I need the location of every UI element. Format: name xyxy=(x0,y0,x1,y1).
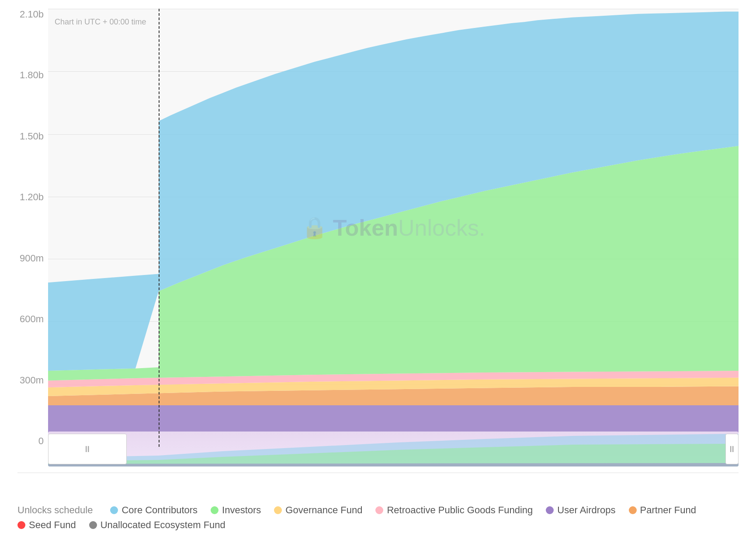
legend-title: Unlocks schedule xyxy=(17,505,93,516)
partner-fund-label: Partner Fund xyxy=(640,505,696,516)
seed-fund-label: Seed Fund xyxy=(29,519,76,531)
y-label-900m: 900m xyxy=(20,253,44,264)
legend: Unlocks schedule Core Contributors Inves… xyxy=(17,505,739,534)
legend-row-2: Seed Fund Unallocated Ecosystem Fund xyxy=(17,519,739,531)
retroactive-label: Retroactive Public Goods Funding xyxy=(387,505,533,516)
y-label-180b: 1.80b xyxy=(20,70,44,81)
investors-label: Investors xyxy=(222,505,261,516)
chart-plot: Chart in UTC + 00:00 time 🔒 TokenUnlocks… xyxy=(48,9,739,447)
user-airdrops-dot xyxy=(546,506,554,514)
chart-container: 2.10b 1.80b 1.50b 1.20b 900m 600m 300m 0… xyxy=(17,9,739,473)
legend-item-seed-fund: Seed Fund xyxy=(17,519,76,531)
legend-row-1: Unlocks schedule Core Contributors Inves… xyxy=(17,505,739,516)
legend-item-retroactive: Retroactive Public Goods Funding xyxy=(375,505,533,516)
divider xyxy=(17,473,739,473)
y-label-210b: 2.10b xyxy=(20,9,44,20)
scrollbar-mini-chart xyxy=(48,432,739,466)
chart-svg xyxy=(48,9,739,447)
scroll-right-handle: ⏸ xyxy=(728,444,736,454)
y-label-300m: 300m xyxy=(20,375,44,386)
core-contributors-dot xyxy=(110,506,118,514)
y-axis: 2.10b 1.80b 1.50b 1.20b 900m 600m 300m 0 xyxy=(17,9,48,447)
retroactive-dot xyxy=(375,506,383,514)
unallocated-label: Unallocated Ecosystem Fund xyxy=(101,519,225,531)
y-label-150b: 1.50b xyxy=(20,131,44,142)
seed-fund-dot xyxy=(17,521,25,529)
y-label-120b: 1.20b xyxy=(20,191,44,203)
legend-item-user-airdrops: User Airdrops xyxy=(546,505,615,516)
governance-fund-label: Governance Fund xyxy=(285,505,362,516)
legend-item-investors: Investors xyxy=(211,505,261,516)
user-airdrops-label: User Airdrops xyxy=(557,505,615,516)
partner-fund-dot xyxy=(629,506,637,514)
governance-fund-dot xyxy=(274,506,282,514)
y-label-0: 0 xyxy=(38,435,44,447)
today-line: Today xyxy=(159,9,160,447)
scroll-left-handle: ⏸ xyxy=(83,444,92,454)
unallocated-dot xyxy=(89,521,97,529)
scrollbar-right-thumb[interactable]: ⏸ xyxy=(725,434,739,464)
core-contributors-label: Core Contributors xyxy=(121,505,198,516)
scrollbar-container[interactable]: ⏸ ⏸ xyxy=(48,432,739,466)
legend-item-core-contributors: Core Contributors xyxy=(110,505,198,516)
legend-item-governance-fund: Governance Fund xyxy=(274,505,362,516)
scrollbar-left-thumb[interactable]: ⏸ xyxy=(48,434,127,464)
legend-item-partner-fund: Partner Fund xyxy=(629,505,696,516)
legend-item-unallocated: Unallocated Ecosystem Fund xyxy=(89,519,225,531)
y-label-600m: 600m xyxy=(20,313,44,325)
investors-dot xyxy=(211,506,218,514)
